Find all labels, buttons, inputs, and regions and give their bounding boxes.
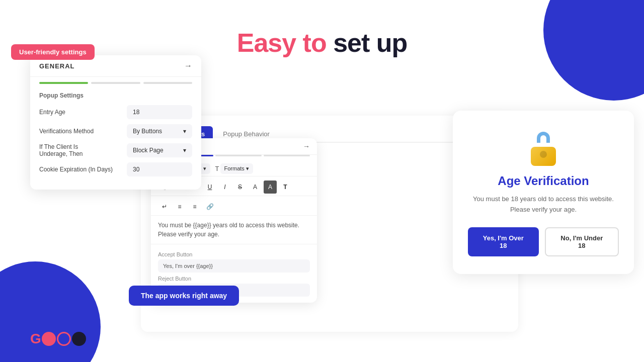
title-highlight: Easy to	[237, 28, 327, 57]
settings-card: GENERAL → Popup Settings Entry Age 18 Ve…	[30, 55, 201, 190]
app-works-badge: The app works right away	[129, 286, 239, 306]
font-color-btn[interactable]: A	[249, 180, 262, 194]
ep-seg-2	[215, 155, 262, 156]
logo: G	[30, 331, 87, 347]
reject-button-label: Reject Button	[158, 276, 310, 282]
progress-seg-1	[39, 82, 88, 84]
logo-wrap: G	[30, 331, 87, 347]
cookie-label: Cookie Expiration (In Days)	[39, 166, 127, 173]
align-center-btn[interactable]: ≡	[188, 200, 201, 213]
bg-color-btn[interactable]: A	[264, 180, 277, 194]
accept-button-label: Accept Button	[158, 251, 310, 257]
logo-circle-3	[72, 332, 86, 346]
ep-seg-3	[264, 155, 310, 156]
text-align-btn[interactable]: T	[279, 180, 292, 194]
popup-settings-title: Popup Settings	[39, 92, 192, 99]
progress-bar-row	[30, 77, 201, 87]
editor-align-toolbar: ↵ ≡ ≡ 🔗	[151, 196, 317, 216]
verification-method-label: Verifications Method	[39, 128, 127, 135]
av-description: You must be 18 years old to access this …	[468, 194, 619, 215]
user-friendly-badge: User-friendly settings	[11, 44, 95, 60]
text-format-icon: T	[215, 165, 219, 172]
align-left-btn[interactable]: ≡	[173, 200, 186, 213]
no-button[interactable]: No, I'm Under 18	[545, 227, 619, 256]
logo-circle-2	[57, 332, 71, 346]
logo-circle-1	[42, 332, 56, 346]
entry-age-label: Entry Age	[39, 109, 127, 116]
verification-method-select[interactable]: By Buttons ▾	[127, 124, 192, 138]
title-normal: set up	[327, 28, 408, 57]
page-header: Easy to set up	[0, 28, 644, 58]
strikethrough-btn[interactable]: S	[233, 180, 247, 194]
settings-row-verification-method: Verifications Method By Buttons ▾	[39, 124, 192, 138]
lock-icon	[526, 131, 561, 166]
settings-card-arrow: →	[184, 61, 192, 70]
formats-select[interactable]: Formats ▾	[220, 163, 253, 174]
progress-seg-2	[91, 82, 140, 84]
progress-seg-3	[143, 82, 192, 84]
editor-content-arrow: →	[303, 142, 310, 150]
lock-shackle	[537, 132, 550, 143]
formats-group: T Formats ▾	[215, 163, 253, 174]
popup-settings-section: Popup Settings Entry Age 18 Verification…	[30, 87, 201, 190]
av-buttons: Yes, I'm Over 18 No, I'm Under 18	[468, 227, 619, 256]
lock-icon-wrap	[468, 131, 619, 166]
italic-btn[interactable]: I	[218, 180, 231, 194]
underline-btn[interactable]: U	[203, 180, 216, 194]
settings-row-cookie: Cookie Expiration (In Days) 30	[39, 162, 192, 176]
editor-text-area[interactable]: You must be {{age}} years old to access …	[151, 216, 317, 244]
link-btn[interactable]: 🔗	[203, 200, 216, 213]
yes-button[interactable]: Yes, I'm Over 18	[468, 227, 539, 256]
settings-row-entry-age: Entry Age 18	[39, 105, 192, 119]
age-verification-card: Age Verification You must be 18 years ol…	[453, 111, 634, 274]
settings-row-underage: If The Client Is Underage, Then Block Pa…	[39, 143, 192, 157]
underage-label: If The Client Is Underage, Then	[39, 143, 100, 157]
bg-circle-bottom-left	[0, 261, 101, 362]
lock-body	[531, 147, 556, 166]
logo-g-letter: G	[30, 331, 41, 347]
entry-age-value[interactable]: 18	[127, 105, 192, 119]
underage-select[interactable]: Block Page ▾	[127, 143, 192, 157]
settings-card-title: GENERAL	[39, 62, 75, 70]
av-title: Age Verification	[468, 174, 619, 188]
accept-button-value[interactable]: Yes, I'm over {{age}}	[158, 259, 310, 273]
cookie-value[interactable]: 30	[127, 162, 192, 176]
indent-btn[interactable]: ↵	[158, 200, 171, 213]
